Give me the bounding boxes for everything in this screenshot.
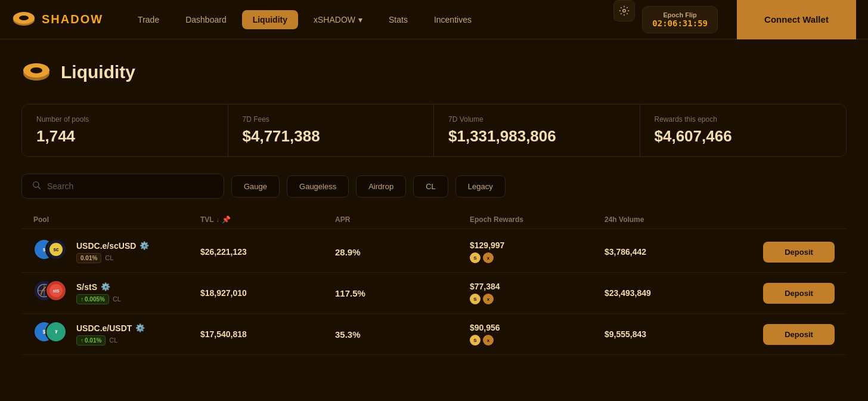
epoch-value: $77,384 xyxy=(470,282,604,291)
shadow-reward-icon: S xyxy=(470,252,480,263)
filter-gaugeless-button[interactable]: Gaugeless xyxy=(287,175,349,198)
nav-trade[interactable]: Trade xyxy=(127,10,170,29)
filters-row: Gauge Gaugeless Airdrop CL Legacy xyxy=(21,174,847,199)
main-content: Liquidity Number of pools 1,744 7D Fees … xyxy=(0,39,868,373)
stats-grid: Number of pools 1,744 7D Fees $4,771,388… xyxy=(21,104,847,157)
pool-name: USDC.e/scUSD ⚙️ xyxy=(76,241,149,251)
deposit-button-1[interactable]: Deposit xyxy=(763,283,835,304)
header-apr: APR xyxy=(335,215,470,224)
app-name: SHADOW xyxy=(42,13,103,26)
navbar: SHADOW Trade Dashboard Liquidity xSHADOW… xyxy=(0,0,868,39)
token-icon-scusd: sc xyxy=(45,239,67,260)
fee-badge: 0.01% xyxy=(76,253,101,263)
stat-rewards-label: Rewards this epoch xyxy=(655,115,832,124)
type-badge: CL xyxy=(113,295,121,303)
nav-stats[interactable]: Stats xyxy=(378,10,418,29)
tvl-cell: $17,540,818 xyxy=(200,329,335,339)
epoch-cell: $77,384 S x xyxy=(470,282,604,304)
deposit-button-2[interactable]: Deposit xyxy=(763,324,835,345)
nav-xshadow[interactable]: xSHADOW ▾ xyxy=(303,10,373,29)
svg-line-10 xyxy=(38,187,41,189)
stat-rewards: Rewards this epoch $4,607,466 xyxy=(640,104,847,156)
pool-badges: ↑ 0.01% CL xyxy=(76,335,145,346)
deposit-button-0[interactable]: Deposit xyxy=(763,242,835,263)
deposit-cell: Deposit xyxy=(739,324,835,345)
stat-fees-value: $4,771,388 xyxy=(243,127,420,146)
filter-airdrop-button[interactable]: Airdrop xyxy=(356,175,406,198)
stat-volume: 7D Volume $1,331,983,806 xyxy=(434,104,640,156)
tvl-cell: $18,927,010 xyxy=(200,288,335,298)
pool-icons-usdc-usdt: $ ₮ xyxy=(33,321,69,347)
reward-icons: S x xyxy=(470,252,604,263)
type-badge: CL xyxy=(105,254,113,261)
pool-cell-usdc-scusd: $ sc USDC.e/scUSD ⚙️ 0.01% CL xyxy=(33,239,200,265)
search-input[interactable] xyxy=(47,181,214,191)
xshadow-reward-icon: x xyxy=(483,335,494,346)
stat-volume-label: 7D Volume xyxy=(448,115,625,124)
reward-icons: S x xyxy=(470,294,604,304)
pool-name: S/stS ⚙️ xyxy=(76,282,121,292)
chevron-down-icon: ▾ xyxy=(358,15,362,24)
shadow-reward-icon: S xyxy=(470,335,480,346)
page-title: Liquidity xyxy=(61,62,135,82)
epoch-value: $90,956 xyxy=(470,323,604,332)
deposit-cell: Deposit xyxy=(739,242,835,263)
stat-pools-label: Number of pools xyxy=(36,115,213,124)
nav-incentives[interactable]: Incentives xyxy=(423,10,482,29)
settings-button[interactable] xyxy=(613,0,635,21)
pin-icon: 📌 xyxy=(222,215,231,224)
epoch-cell: $90,956 S x xyxy=(470,323,604,346)
stat-volume-value: $1,331,983,806 xyxy=(448,127,625,146)
filter-legacy-button[interactable]: Legacy xyxy=(455,175,506,198)
fee-badge-arrow: ↑ 0.005% xyxy=(76,294,109,304)
pool-info-usdc-scusd: USDC.e/scUSD ⚙️ 0.01% CL xyxy=(76,241,149,263)
filter-cl-button[interactable]: CL xyxy=(413,175,448,198)
liquidity-icon xyxy=(21,57,51,87)
epoch-value: $129,997 xyxy=(470,240,604,250)
token-icon-sts: stS xyxy=(45,280,67,301)
gauge-icon: ⚙️ xyxy=(135,323,145,332)
table-row: $ sc USDC.e/scUSD ⚙️ 0.01% CL $26,221,12… xyxy=(21,232,847,273)
sort-desc-icon: ↓ xyxy=(216,217,219,223)
stat-pools-value: 1,744 xyxy=(36,127,213,146)
nav-links: Trade Dashboard Liquidity xSHADOW ▾ Stat… xyxy=(127,10,613,29)
volume-cell: $23,493,849 xyxy=(604,288,739,298)
svg-text:sc: sc xyxy=(53,247,59,252)
pool-icons-usdc-scusd: $ sc xyxy=(33,239,69,265)
xshadow-reward-icon: x xyxy=(483,252,494,263)
stat-fees-label: 7D Fees xyxy=(243,115,420,124)
svg-text:stS: stS xyxy=(53,289,60,293)
connect-wallet-button[interactable]: Connect Wallet xyxy=(749,0,844,39)
apr-cell: 35.3% xyxy=(335,329,470,340)
svg-point-8 xyxy=(30,67,42,73)
table-row: stS S/stS ⚙️ ↑ 0.005% CL $18,927,010 117… xyxy=(21,273,847,314)
epoch-flip-label: Epoch Flip xyxy=(652,11,708,18)
token-icon-usdt: ₮ xyxy=(45,321,67,343)
epoch-flip: Epoch Flip 02:06:31:59 xyxy=(642,6,718,33)
header-action xyxy=(739,215,835,224)
nav-dashboard[interactable]: Dashboard xyxy=(175,10,237,29)
epoch-cell: $129,997 S x xyxy=(470,240,604,263)
gauge-icon: ⚙️ xyxy=(140,241,149,250)
deposit-cell: Deposit xyxy=(739,283,835,304)
connect-wallet-wrapper: Connect Wallet xyxy=(737,0,856,39)
stat-rewards-value: $4,607,466 xyxy=(655,127,832,146)
reward-icons: S x xyxy=(470,335,604,346)
pool-info-usdc-usdt: USDC.e/USDT ⚙️ ↑ 0.01% CL xyxy=(76,323,145,346)
tvl-cell: $26,221,123 xyxy=(200,247,335,257)
gauge-icon: ⚙️ xyxy=(101,282,110,291)
pool-badges: 0.01% CL xyxy=(76,253,149,263)
pool-icons-s-sts: stS xyxy=(33,280,69,306)
svg-point-3 xyxy=(19,16,29,20)
nav-liquidity[interactable]: Liquidity xyxy=(242,10,298,29)
stat-fees: 7D Fees $4,771,388 xyxy=(228,104,435,156)
apr-cell: 28.9% xyxy=(335,247,470,257)
logo-area[interactable]: SHADOW xyxy=(12,8,103,32)
search-wrapper xyxy=(21,174,224,199)
table-row: $ ₮ USDC.e/USDT ⚙️ ↑ 0.01% CL xyxy=(21,314,847,355)
pool-cell-usdc-usdt: $ ₮ USDC.e/USDT ⚙️ ↑ 0.01% CL xyxy=(33,321,200,347)
apr-cell: 117.5% xyxy=(335,288,470,298)
header-tvl[interactable]: TVL ↓ 📌 xyxy=(200,215,335,224)
page-header: Liquidity xyxy=(21,57,847,87)
filter-gauge-button[interactable]: Gauge xyxy=(231,175,280,198)
